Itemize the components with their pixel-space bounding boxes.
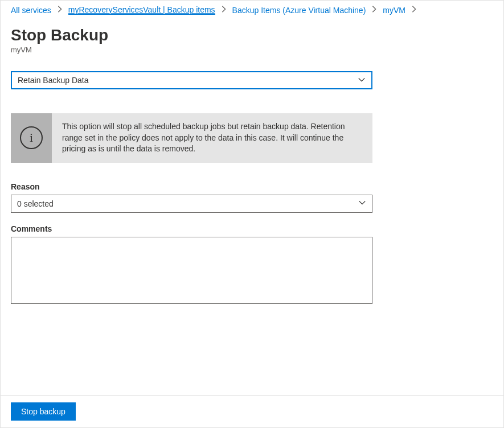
reason-dropdown[interactable]: 0 selected xyxy=(11,195,372,213)
breadcrumb-link-backup-items[interactable]: Backup Items (Azure Virtual Machine) xyxy=(232,6,366,15)
info-box: i This option will stop all scheduled ba… xyxy=(11,113,372,163)
reason-label: Reason xyxy=(11,182,493,191)
reason-dropdown-value: 0 selected xyxy=(17,199,54,208)
breadcrumb-link-all-services[interactable]: All services xyxy=(11,6,51,15)
footer: Stop backup xyxy=(1,395,503,427)
info-icon-wrap: i xyxy=(11,113,52,163)
chevron-right-icon xyxy=(56,5,64,15)
action-dropdown-value: Retain Backup Data xyxy=(18,76,89,85)
breadcrumb-link-myvm[interactable]: myVM xyxy=(383,6,405,15)
page-subtitle: myVM xyxy=(11,46,493,54)
chevron-down-icon xyxy=(358,199,366,208)
comments-textarea[interactable] xyxy=(11,237,372,304)
action-dropdown[interactable]: Retain Backup Data xyxy=(11,71,372,89)
breadcrumb-link-vault[interactable]: myRecoveryServicesVault | Backup items xyxy=(68,5,215,15)
info-text: This option will stop all scheduled back… xyxy=(52,113,372,163)
page-title: Stop Backup xyxy=(11,26,493,44)
chevron-right-icon xyxy=(220,5,228,15)
chevron-right-icon xyxy=(370,5,378,15)
breadcrumb: All services myRecoveryServicesVault | B… xyxy=(1,1,503,19)
stop-backup-button[interactable]: Stop backup xyxy=(11,402,76,421)
info-icon: i xyxy=(20,126,43,149)
chevron-down-icon xyxy=(358,76,366,85)
comments-label: Comments xyxy=(11,224,493,233)
chevron-right-icon xyxy=(410,5,418,15)
